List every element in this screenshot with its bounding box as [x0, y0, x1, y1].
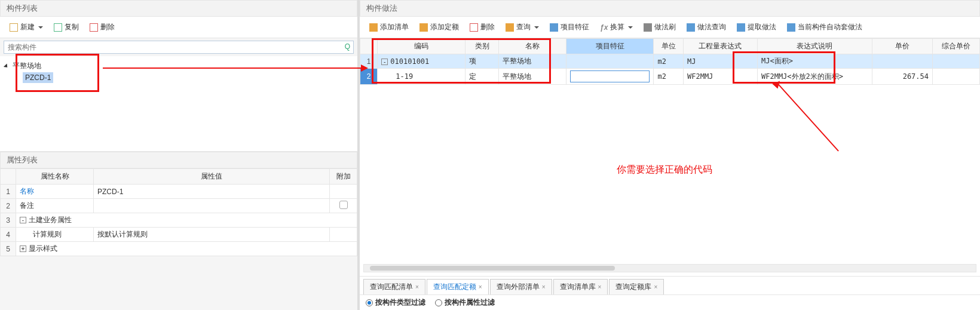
caret-icon — [628, 26, 633, 29]
attr-header-row: 属性名称 属性值 附加 — [1, 169, 357, 185]
attr-value[interactable] — [94, 199, 330, 213]
close-icon[interactable]: × — [479, 284, 482, 290]
query-button[interactable]: 查询 — [502, 20, 543, 34]
left-panel-title: 构件列表 — [0, 0, 357, 17]
extract-button[interactable]: 提取做法 — [733, 20, 780, 34]
delete-icon — [90, 23, 98, 32]
annotation-box — [733, 51, 835, 84]
radio-icon[interactable] — [366, 299, 373, 306]
add-list-button[interactable]: 添加清单 — [366, 20, 412, 34]
tab-label: 查询外部清单 — [497, 282, 540, 292]
attr-group[interactable]: -土建业务属性 — [16, 213, 357, 228]
expander-icon[interactable] — [4, 63, 9, 69]
tab-match-list[interactable]: 查询匹配清单× — [363, 279, 425, 294]
filter-by-attr[interactable]: 按构件属性过滤 — [435, 297, 495, 308]
attr-name: 名称 — [16, 185, 94, 199]
collapse-icon[interactable]: - — [20, 217, 26, 223]
convert-button[interactable]: ƒx换算 — [596, 20, 636, 34]
attr-extra-header: 附加 — [330, 169, 357, 185]
comp-price-cell — [933, 54, 980, 69]
caret-icon — [534, 26, 539, 29]
feature-header[interactable]: 项目特征 — [566, 39, 654, 54]
rownum: 2 — [1, 199, 16, 213]
delete-icon — [470, 23, 478, 32]
attribute-table: 属性名称 属性值 附加 1 名称 PZCD-1 2 备注 3 -土建业务属性 — [0, 168, 357, 256]
attr-extra — [330, 185, 357, 199]
attr-value[interactable]: PZCD-1 — [94, 185, 330, 199]
attr-group[interactable]: +显示样式 — [16, 242, 357, 256]
auto-button[interactable]: 当前构件自动套做法 — [783, 20, 866, 34]
feature-icon — [550, 23, 558, 32]
bottom-tabs: 查询匹配清单× 查询匹配定额× 查询外部清单× 查询清单库× 查询定额库× — [360, 276, 980, 294]
method-query-button[interactable]: 做法查询 — [683, 20, 730, 34]
search-icon[interactable]: Q — [345, 42, 350, 51]
right-panel-title: 构件做法 — [360, 0, 980, 17]
delete-button[interactable]: 删除 — [86, 20, 118, 34]
attr-row[interactable]: 1 名称 PZCD-1 — [1, 185, 357, 199]
attr-panel-title: 属性列表 — [0, 152, 357, 168]
attr-value[interactable]: 按默认计算规则 — [94, 228, 330, 242]
comp-price-header[interactable]: 综合单价 — [933, 39, 980, 54]
attr-row[interactable]: 3 -土建业务属性 — [1, 213, 357, 228]
close-icon[interactable]: × — [654, 284, 657, 290]
unit-header[interactable]: 单位 — [654, 39, 684, 54]
btn-label: 做法刷 — [654, 22, 676, 32]
attr-row[interactable]: 5 +显示样式 — [1, 242, 357, 256]
btn-label: 换算 — [610, 22, 624, 32]
close-icon[interactable]: × — [415, 284, 419, 290]
delete-label: 删除 — [100, 22, 115, 32]
feature-button[interactable]: 项目特征 — [546, 20, 593, 34]
add-quota-button[interactable]: 添加定额 — [416, 20, 463, 34]
tab-external-list[interactable]: 查询外部清单× — [490, 279, 552, 294]
left-toolbar: 新建 复制 删除 — [0, 17, 357, 38]
search-input[interactable] — [4, 41, 354, 54]
horizontal-scrollbar[interactable] — [363, 264, 976, 272]
tab-label: 查询匹配清单 — [370, 282, 413, 292]
radio-icon[interactable] — [435, 299, 442, 306]
attr-extra — [330, 228, 357, 242]
copy-button[interactable]: 复制 — [50, 20, 82, 34]
expand-icon[interactable]: + — [20, 245, 26, 252]
method-table-wrap: 编码 类别 名称 项目特征 单位 工程量表达式 表达式说明 单价 综合单价 1 … — [360, 38, 980, 276]
extract-icon — [737, 23, 745, 32]
method-query-icon — [687, 23, 695, 32]
attr-name: 土建业务属性 — [29, 216, 72, 224]
feature-cell[interactable] — [566, 54, 654, 69]
btn-label: 项目特征 — [561, 22, 589, 32]
attr-name-header: 属性名称 — [16, 169, 94, 185]
auto-icon — [787, 23, 795, 32]
new-icon — [10, 23, 18, 32]
component-tree: 平整场地 PZCD-1 — [0, 56, 357, 152]
add-list-icon — [369, 23, 378, 32]
attr-name: 备注 — [16, 199, 94, 213]
tab-quota-lib[interactable]: 查询定额库× — [609, 279, 664, 294]
attr-extra[interactable] — [330, 199, 357, 213]
btn-label: 当前构件自动套做法 — [798, 22, 862, 32]
btn-label: 查询 — [516, 22, 531, 32]
checkbox-icon[interactable] — [339, 201, 348, 209]
price-cell — [872, 54, 932, 69]
attr-row[interactable]: 4 计算规则 按默认计算规则 — [1, 228, 357, 242]
filter-by-type[interactable]: 按构件类型过滤 — [366, 297, 425, 308]
rownum: 5 — [1, 242, 16, 256]
delete-button-r[interactable]: 删除 — [466, 20, 498, 34]
filter-label: 按构件类型过滤 — [375, 297, 425, 308]
scrollbar-thumb[interactable] — [370, 266, 615, 271]
annotation-box — [16, 54, 99, 92]
tab-match-quota[interactable]: 查询匹配定额× — [427, 279, 489, 294]
price-header[interactable]: 单价 — [872, 39, 932, 54]
feature-input[interactable] — [570, 70, 650, 82]
arrow-icon — [103, 67, 361, 69]
new-button[interactable]: 新建 — [6, 20, 47, 34]
attr-row[interactable]: 2 备注 — [1, 199, 357, 213]
tab-list-lib[interactable]: 查询清单库× — [553, 279, 608, 294]
annotation-box — [372, 38, 551, 84]
close-icon[interactable]: × — [542, 284, 546, 290]
feature-cell[interactable] — [566, 69, 654, 85]
query-icon — [506, 23, 514, 32]
tab-label: 查询清单库 — [560, 282, 596, 292]
caret-icon — [38, 26, 43, 29]
brush-button[interactable]: 做法刷 — [640, 20, 679, 34]
close-icon[interactable]: × — [598, 284, 602, 290]
price-cell: 267.54 — [872, 69, 932, 85]
